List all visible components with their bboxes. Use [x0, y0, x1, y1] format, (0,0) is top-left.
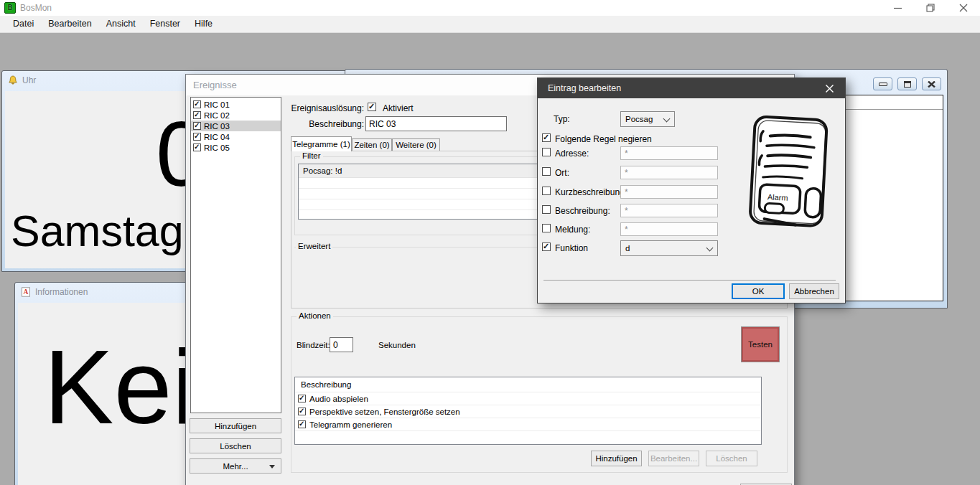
dialog-close-button[interactable]	[813, 78, 845, 98]
clock-window-title: Uhr	[22, 75, 36, 85]
dropdown-caret-icon	[269, 465, 275, 471]
delete-action-button[interactable]: Löschen	[706, 451, 757, 466]
mdi-close-button[interactable]	[922, 77, 941, 90]
description-input[interactable]	[365, 116, 507, 131]
edit-entry-dialog-titlebar[interactable]: Eintrag bearbeiten	[538, 78, 845, 98]
address-input[interactable]	[620, 146, 718, 160]
chevron-down-icon	[706, 245, 714, 252]
description-label: Beschreibung:	[229, 119, 364, 129]
tab-telegramme[interactable]: Telegramme (1)	[291, 136, 352, 151]
meldung-checkbox[interactable]	[542, 224, 551, 232]
ric-listbox[interactable]: RIC 01 RIC 02 RIC 03 RIC 04 RIC 05	[190, 97, 281, 413]
menu-fenster[interactable]: Fenster	[143, 16, 187, 32]
tab-weitere[interactable]: Weitere (0)	[392, 138, 440, 151]
checkbox[interactable]	[193, 111, 201, 119]
edit-entry-dialog: Eintrag bearbeiten Typ: Pocsag Folgende …	[537, 77, 846, 303]
checkbox[interactable]	[193, 143, 201, 151]
clock-date-display: Samstag,	[11, 206, 196, 256]
type-label: Typ:	[554, 114, 570, 124]
menubar: Datei Bearbeiten Ansicht Fenster Hilfe	[0, 16, 980, 33]
chevron-down-icon	[663, 116, 671, 123]
meldung-input[interactable]	[620, 222, 718, 236]
trigger-label: Ereignisauslösung:	[229, 103, 364, 113]
separator-line	[543, 280, 836, 281]
restore-icon	[904, 81, 911, 88]
actions-group-label: Aktionen	[297, 311, 333, 320]
blind-time-label: Blindzeit:	[297, 341, 330, 349]
pager-sketch-illustration: Alarm	[741, 110, 843, 236]
document-a-icon: A	[21, 287, 31, 297]
checkbox[interactable]	[193, 122, 201, 130]
function-checkbox[interactable]	[542, 242, 551, 251]
bosmon-app-icon	[4, 2, 16, 14]
ort-input[interactable]	[620, 166, 718, 179]
address-checkbox[interactable]	[542, 148, 551, 156]
negate-rule-checkbox[interactable]	[542, 133, 551, 142]
app-titlebar[interactable]: BosMon	[0, 0, 980, 16]
kurzbeschreibung-input[interactable]	[620, 185, 718, 199]
beschreibung-input[interactable]	[620, 204, 718, 217]
mdi-restore-button[interactable]	[897, 77, 917, 90]
menu-hilfe[interactable]: Hilfe	[187, 16, 220, 32]
address-label: Adresse:	[555, 149, 589, 159]
kurzbeschreibung-checkbox[interactable]	[542, 187, 551, 195]
menu-ansicht[interactable]: Ansicht	[99, 16, 143, 32]
edit-action-button[interactable]: Bearbeiten...	[648, 451, 699, 466]
action-row[interactable]: Audio abspielen	[295, 392, 761, 405]
cancel-button[interactable]: Abbrechen	[789, 283, 839, 299]
beschreibung-checkbox[interactable]	[542, 205, 551, 214]
type-combobox[interactable]: Pocsag	[620, 111, 675, 127]
add-ric-button[interactable]: Hinzufügen	[190, 418, 281, 433]
blind-time-input[interactable]	[330, 337, 353, 352]
mdi-window-controls	[873, 77, 941, 90]
menu-datei[interactable]: Datei	[6, 16, 41, 32]
app-title: BosMon	[20, 3, 52, 13]
list-item[interactable]: RIC 04	[191, 131, 281, 142]
ort-label: Ort:	[555, 168, 569, 178]
minimize-icon	[879, 83, 887, 86]
test-button[interactable]: Testen	[741, 326, 780, 362]
restore-button[interactable]	[914, 0, 947, 16]
checkbox[interactable]	[193, 100, 201, 108]
pager-alarm-button-label: Alarm	[767, 192, 788, 202]
close-button[interactable]	[947, 0, 980, 16]
action-row[interactable]: Telegramm generieren	[295, 418, 761, 431]
kurzbeschreibung-label: Kurzbeschreibung:	[555, 187, 627, 197]
mdi-minimize-button[interactable]	[873, 77, 892, 90]
info-window-title: Informationen	[35, 287, 88, 297]
filter-group-label: Filter	[300, 151, 323, 160]
svg-text:A: A	[24, 288, 29, 296]
list-item[interactable]: RIC 05	[191, 142, 281, 153]
checkbox[interactable]	[298, 395, 306, 402]
action-row[interactable]: Perspektive setzen, Fenstergröße setzen	[295, 405, 761, 418]
minimize-button[interactable]	[881, 0, 914, 16]
add-action-button[interactable]: Hinzufügen	[591, 451, 642, 466]
checkbox[interactable]	[298, 420, 306, 428]
ok-button[interactable]: OK	[732, 283, 785, 299]
tab-zeiten[interactable]: Zeiten (0)	[352, 138, 392, 151]
delete-ric-button[interactable]: Löschen	[190, 438, 281, 453]
actions-list[interactable]: Beschreibung Audio abspielen Perspektive…	[294, 377, 762, 445]
bell-icon	[8, 75, 18, 85]
checkbox[interactable]	[193, 133, 201, 141]
checkbox[interactable]	[298, 408, 306, 415]
info-message-text: Kei	[44, 327, 195, 448]
actions-list-header: Beschreibung	[295, 377, 761, 392]
close-icon	[928, 81, 935, 88]
mdi-workspace: Uhr 0 Samstag, A Informationen Kei	[0, 33, 980, 485]
activated-label: Aktiviert	[383, 103, 414, 113]
function-label: Funktion	[555, 243, 588, 253]
negate-rule-label: Folgende Regel negieren	[555, 134, 652, 144]
activated-checkbox[interactable]	[368, 103, 376, 111]
beschreibung-label: Beschreibung:	[555, 206, 610, 216]
advanced-group-label: Erweitert	[296, 242, 332, 250]
seconds-label: Sekunden	[378, 341, 416, 349]
ort-checkbox[interactable]	[542, 167, 551, 176]
meldung-label: Meldung:	[555, 225, 590, 235]
menu-bearbeiten[interactable]: Bearbeiten	[41, 16, 98, 32]
more-button[interactable]: Mehr...	[190, 458, 281, 474]
close-icon	[825, 84, 834, 93]
function-combobox[interactable]: d	[620, 240, 718, 256]
